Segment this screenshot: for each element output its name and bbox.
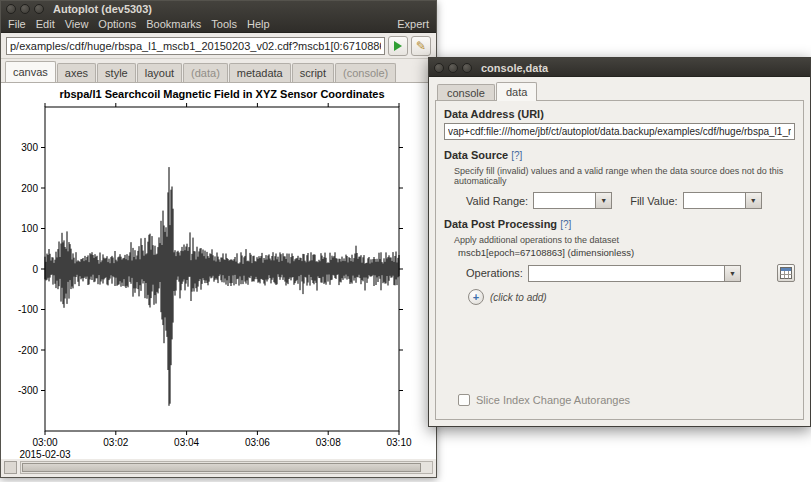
post-processing-section-label: Data Post Processing [?] <box>444 218 795 230</box>
valid-range-dropdown-button[interactable]: ▼ <box>595 192 612 209</box>
desktop: Autoplot (dev5303) FileEditViewOptionsBo… <box>0 0 811 482</box>
data-source-title: Data Source <box>444 149 508 161</box>
tab-axes[interactable]: axes <box>57 63 96 82</box>
menu-options[interactable]: Options <box>98 18 136 30</box>
maximize-button[interactable] <box>34 4 44 14</box>
svg-text:0: 0 <box>32 264 38 275</box>
data-uri-input[interactable] <box>444 123 795 140</box>
window-controls <box>6 4 44 14</box>
svg-text:03:06: 03:06 <box>245 437 270 448</box>
scrollbar-track[interactable] <box>20 461 433 474</box>
chevron-down-icon: ▼ <box>729 270 736 277</box>
slice-autorange-label: Slice Index Change Autoranges <box>476 394 630 406</box>
fill-value-combobox: ▼ <box>683 192 762 209</box>
svg-text:2015-02-03: 2015-02-03 <box>19 449 71 459</box>
menu-items: FileEditViewOptionsBookmarksToolsHelp <box>8 18 270 30</box>
post-processing-help-text: Apply additional operations to the datas… <box>454 235 795 245</box>
main-tab-bar: canvasaxesstylelayout(data)metadatascrip… <box>1 59 436 82</box>
data-source-section-label: Data Source [?] <box>444 149 795 161</box>
svg-text:03:00: 03:00 <box>32 437 57 448</box>
window-title: Autoplot (dev5303) <box>53 3 152 15</box>
fill-value-label: Fill Value: <box>630 195 677 207</box>
tab-data[interactable]: (data) <box>183 63 228 82</box>
menu-view[interactable]: View <box>65 18 89 30</box>
go-button[interactable] <box>388 36 408 56</box>
add-operation-button[interactable]: + <box>468 289 484 305</box>
valid-range-input[interactable] <box>533 192 595 209</box>
main-window-header: Autoplot (dev5303) FileEditViewOptionsBo… <box>1 1 436 33</box>
pencil-icon: ✎ <box>416 40 426 52</box>
data-source-help-text: Specify fill (invalid) values and a vali… <box>454 166 795 186</box>
click-to-add-hint: (click to add) <box>490 292 547 303</box>
autorange-checkbox-row: Slice Index Change Autoranges <box>458 394 795 406</box>
fill-value-dropdown-button[interactable]: ▼ <box>745 192 762 209</box>
tab-console[interactable]: (console) <box>335 63 396 82</box>
console-tab-data[interactable]: data <box>496 82 537 101</box>
uri-address-input[interactable] <box>6 37 385 55</box>
tab-canvas[interactable]: canvas <box>5 61 56 82</box>
waveform-plot: 3002001000-100-200-30003:002015-02-0303:… <box>1 83 436 459</box>
console-data-window: console,data consoledata Data Address (U… <box>428 57 811 427</box>
autoplot-window: Autoplot (dev5303) FileEditViewOptionsBo… <box>0 0 437 478</box>
svg-text:200: 200 <box>21 183 38 194</box>
svg-text:100: 100 <box>21 223 38 234</box>
valid-range-label: Valid Range: <box>466 195 528 207</box>
inspect-uri-button[interactable]: ✎ <box>411 36 431 56</box>
menu-tools[interactable]: Tools <box>211 18 237 30</box>
svg-text:300: 300 <box>21 142 38 153</box>
tab-script[interactable]: script <box>292 63 334 82</box>
menu-bookmarks[interactable]: Bookmarks <box>146 18 201 30</box>
console-window-header: console,data <box>429 58 810 77</box>
panel-spacer <box>444 305 795 394</box>
console-tab-bar: consoledata <box>435 82 804 101</box>
play-icon <box>394 41 402 51</box>
minimize-button[interactable] <box>448 63 458 73</box>
operations-combobox: ▼ <box>528 265 741 282</box>
svg-text:-200: -200 <box>18 345 38 356</box>
slice-autorange-checkbox[interactable] <box>458 394 470 406</box>
operations-picker-button[interactable] <box>777 264 795 282</box>
data-tab-panel: Data Address (URI) Data Source [?] Speci… <box>435 100 804 420</box>
plus-icon: + <box>473 291 479 303</box>
table-grid-icon <box>780 267 792 279</box>
close-button[interactable] <box>6 4 16 14</box>
menubar: FileEditViewOptionsBookmarksToolsHelp Ex… <box>1 16 436 32</box>
console-titlebar[interactable]: console,data <box>429 58 810 76</box>
valid-range-combobox: ▼ <box>533 192 612 209</box>
valid-range-row: Valid Range: ▼ Fill Value: ▼ <box>466 192 795 209</box>
close-button[interactable] <box>434 63 444 73</box>
post-processing-title: Data Post Processing <box>444 218 557 230</box>
plot-canvas[interactable]: rbspa/l1 Searchcoil Magnetic Field in XY… <box>1 82 436 459</box>
post-processing-help-link[interactable]: [?] <box>560 219 571 230</box>
tab-style[interactable]: style <box>97 63 136 82</box>
maximize-button[interactable] <box>462 63 472 73</box>
expert-mode-toggle[interactable]: Expert <box>397 18 429 30</box>
operations-dropdown-button[interactable]: ▼ <box>724 265 741 282</box>
add-operation-row: + (click to add) <box>468 289 795 305</box>
time-range-scrollbar <box>4 460 433 474</box>
data-source-help-link[interactable]: [?] <box>511 150 522 161</box>
chevron-down-icon: ▼ <box>750 197 757 204</box>
menu-file[interactable]: File <box>8 18 26 30</box>
data-address-label: Data Address (URI) <box>444 108 795 120</box>
minimize-button[interactable] <box>20 4 30 14</box>
console-tab-console[interactable]: console <box>437 84 495 101</box>
console-body: consoledata Data Address (URI) Data Sour… <box>429 77 810 426</box>
svg-text:-100: -100 <box>18 304 38 315</box>
uri-toolbar: ✎ <box>1 33 436 59</box>
operations-input[interactable] <box>528 265 724 282</box>
scrollbar-end-box[interactable] <box>4 461 17 474</box>
scrollbar-handle[interactable] <box>22 463 421 472</box>
fill-value-input[interactable] <box>683 192 745 209</box>
tab-metadata[interactable]: metadata <box>229 63 291 82</box>
operations-row: Operations: ▼ <box>466 264 795 282</box>
window-title: console,data <box>481 62 548 74</box>
menu-help[interactable]: Help <box>247 18 270 30</box>
svg-text:03:02: 03:02 <box>103 437 128 448</box>
tab-layout[interactable]: layout <box>137 63 182 82</box>
svg-text:-300: -300 <box>18 385 38 396</box>
svg-text:03:08: 03:08 <box>316 437 341 448</box>
chevron-down-icon: ▼ <box>600 197 607 204</box>
menu-edit[interactable]: Edit <box>36 18 55 30</box>
main-titlebar[interactable]: Autoplot (dev5303) <box>1 1 436 16</box>
